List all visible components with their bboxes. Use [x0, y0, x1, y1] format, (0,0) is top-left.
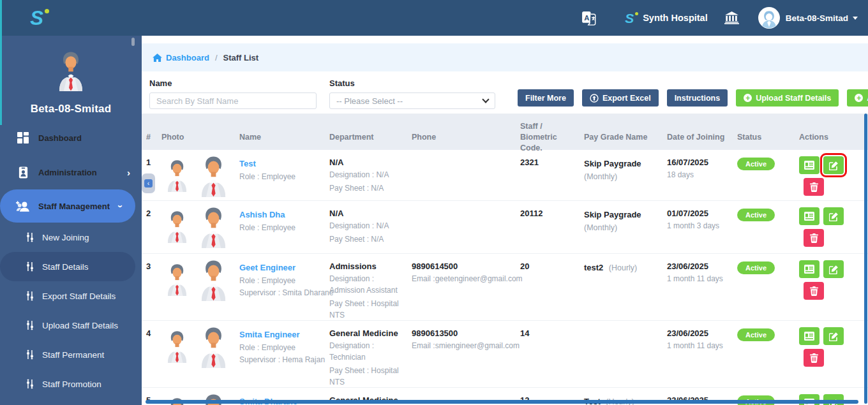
- staff-name-link[interactable]: Test: [239, 159, 256, 168]
- institution-icon[interactable]: [724, 11, 739, 24]
- filter-more-button[interactable]: Filter More: [518, 89, 574, 107]
- staff-name-link[interactable]: Ashish Dha: [239, 210, 285, 219]
- staff-photo-small: [165, 156, 189, 200]
- sidebar: Beta-08-Smitad DashboardAdministration›S…: [0, 36, 142, 405]
- sidebar-scrollbar[interactable]: [131, 38, 135, 46]
- sidebar-collapse-button[interactable]: [142, 173, 155, 193]
- sidebar-item-dashboard[interactable]: Dashboard: [0, 121, 142, 155]
- grid-icon: [16, 132, 30, 144]
- hospital-name: Synth Hospital: [643, 13, 708, 23]
- user-name: Beta-08-Smitad: [786, 13, 848, 23]
- upload-staff-details-button[interactable]: Upload Staff Details: [736, 89, 839, 107]
- name-details: Role : Employee: [239, 172, 326, 181]
- staff-name-link[interactable]: Smita Engineer: [239, 330, 300, 339]
- edit-staff-button[interactable]: [823, 156, 844, 174]
- edit-staff-button[interactable]: [823, 207, 844, 225]
- department-details: Designation : Admission AssistantPay She…: [329, 273, 408, 321]
- sidebar-item-label: Staff Promotion: [42, 379, 101, 389]
- breadcrumb-separator: /: [215, 53, 218, 63]
- sliders-icon: [25, 350, 34, 360]
- detail-line: Role : Employee: [239, 276, 326, 285]
- department-name: N/A: [329, 209, 408, 218]
- staff-photos: [161, 201, 239, 253]
- staff-photos: [161, 150, 239, 200]
- app-logo: S: [0, 8, 73, 28]
- department-details: Designation : TechnicianPay Sheet : Hosp…: [329, 340, 408, 388]
- row-actions: [799, 201, 853, 253]
- sidebar-item-staff-promotion[interactable]: Staff Promotion: [0, 369, 142, 399]
- detail-line: Role : Employee: [239, 223, 326, 232]
- delete-staff-button[interactable]: [804, 349, 824, 367]
- edit-staff-button[interactable]: [823, 260, 844, 278]
- caret-down-icon: [853, 17, 858, 20]
- staff-biometric-code: 2321: [520, 150, 584, 200]
- sidebar-item-administration[interactable]: Administration›: [0, 155, 142, 189]
- status-select[interactable]: -- Please Select --: [329, 92, 495, 109]
- name-filter-label: Name: [149, 78, 317, 88]
- instructions-button[interactable]: Instructions: [667, 89, 728, 107]
- staff-photo-small: [165, 260, 189, 321]
- edit-icon: [829, 161, 839, 170]
- detail-line: Role : Employee: [239, 172, 326, 181]
- horizontal-scrollbar[interactable]: [146, 400, 858, 404]
- trash-icon: [810, 353, 818, 363]
- col-header-date-of-joining: Date of Joining: [667, 124, 737, 143]
- col-header-actions: Actions: [799, 124, 868, 143]
- sidebar-item-staff-permanent[interactable]: Staff Permanent: [0, 340, 142, 369]
- chevron-down-icon: ›: [116, 205, 126, 208]
- detail-line: Designation : N/A: [329, 169, 408, 180]
- detail-line: Designation : Technician: [329, 340, 408, 363]
- id-card-button[interactable]: [799, 156, 819, 174]
- breadcrumb-dashboard-link[interactable]: Dashboard: [153, 53, 209, 63]
- col-header-name: Name: [239, 124, 329, 143]
- export-excel-button[interactable]: Export Excel: [582, 89, 659, 107]
- table-row: 3 Geet Engineer Role : EmployeeSuperviso…: [142, 254, 868, 321]
- sidebar-user-avatar: [56, 51, 86, 91]
- id-badge-icon: [16, 166, 30, 179]
- user-menu[interactable]: Beta-08-Smitad: [758, 7, 858, 29]
- add-staff-button[interactable]: Add Staff: [847, 89, 868, 107]
- name-details: Role : EmployeeSupervisor : Smita Dharan…: [239, 276, 326, 297]
- sidebar-item-new-joining[interactable]: New Joining: [0, 223, 142, 252]
- delete-staff-button[interactable]: [804, 229, 824, 247]
- sidebar-item-staff-details[interactable]: Staff Details: [0, 252, 135, 281]
- sidebar-item-label: Staff Permanent: [42, 350, 104, 360]
- vertical-scrollbar[interactable]: [864, 114, 867, 404]
- delete-staff-button[interactable]: [804, 178, 824, 196]
- edit-staff-button[interactable]: [823, 327, 844, 345]
- sidebar-item-export-staff-details[interactable]: Export Staff Details: [0, 281, 142, 311]
- col-header-department: Department: [329, 124, 412, 143]
- staff-name-search-input[interactable]: [149, 92, 317, 109]
- sidebar-item-staff-management[interactable]: Staff Management›: [0, 189, 135, 223]
- row-number: 3: [146, 254, 161, 321]
- detail-line: Pay Sheet : N/A: [329, 233, 408, 245]
- sidebar-item-upload-staff-details[interactable]: Upload Staff Details: [0, 311, 142, 340]
- id-card-button[interactable]: [799, 207, 819, 225]
- language-icon[interactable]: A: [581, 10, 597, 26]
- pay-grade-note: (Monthly): [584, 172, 663, 181]
- filter-section: Name Status -- Please Select -- Filter M…: [142, 71, 868, 114]
- table-row: 2 Ashish Dha Role : Employee N/A Designa…: [142, 201, 868, 254]
- id-card-icon: [804, 212, 814, 221]
- col-header-number: #: [146, 124, 161, 143]
- staff-photos: [161, 254, 239, 321]
- delete-staff-button[interactable]: [804, 282, 824, 300]
- id-card-button[interactable]: [799, 327, 819, 345]
- staff-name-link[interactable]: Geet Engineer: [239, 263, 296, 272]
- department-name: Admissions: [329, 261, 408, 271]
- staff-biometric-code: 14: [520, 321, 584, 388]
- chevron-right-icon: ›: [127, 167, 130, 178]
- col-header-pay-grade: Pay Grade Name: [584, 124, 667, 143]
- logo-letter: S: [30, 7, 43, 29]
- tenure: 1 month 11 days: [667, 341, 733, 350]
- detail-line: Pay Sheet : Hospital NTS: [329, 365, 408, 388]
- sidebar-item-label: Staff Management: [38, 202, 110, 211]
- sidebar-item-label: Export Staff Details: [42, 291, 116, 301]
- id-card-button[interactable]: [799, 260, 819, 278]
- top-navbar: S A S Synth Hospital Beta-08-Smitad: [0, 0, 868, 36]
- sidebar-menu: DashboardAdministration›Staff Management…: [0, 121, 142, 399]
- status-badge: Active: [737, 328, 775, 341]
- table-row: 4 Smita Engineer Role : EmployeeSupervis…: [142, 321, 868, 388]
- date-of-joining: 23/06/2025: [667, 328, 733, 338]
- table-row: 1 Test Role : Employee N/A Designation :…: [142, 150, 868, 201]
